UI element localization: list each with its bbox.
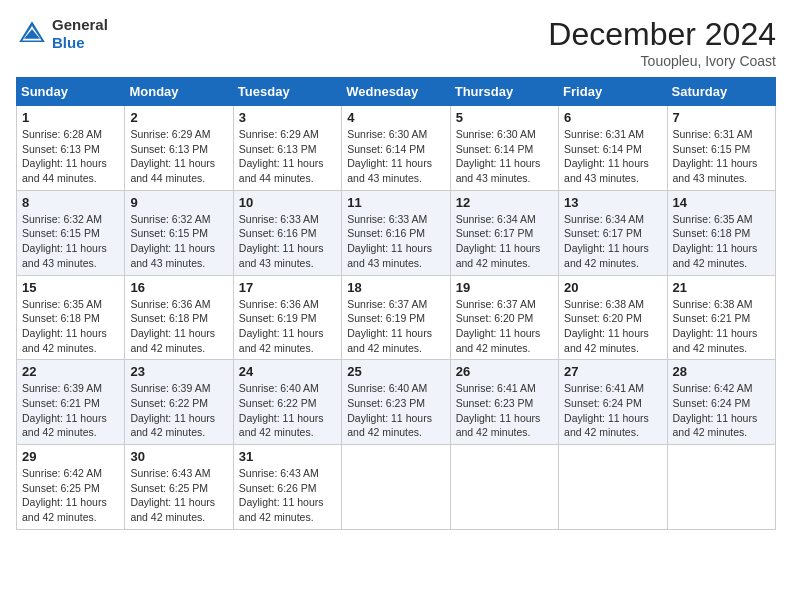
title-block: December 2024 Touopleu, Ivory Coast: [548, 16, 776, 69]
calendar-cell: 16 Sunrise: 6:36 AM Sunset: 6:18 PM Dayl…: [125, 275, 233, 360]
calendar-week-4: 22 Sunrise: 6:39 AM Sunset: 6:21 PM Dayl…: [17, 360, 776, 445]
calendar-cell: [559, 445, 667, 530]
calendar-cell: 9 Sunrise: 6:32 AM Sunset: 6:15 PM Dayli…: [125, 190, 233, 275]
day-number: 29: [22, 449, 119, 464]
day-info: Sunrise: 6:43 AM Sunset: 6:26 PM Dayligh…: [239, 466, 336, 525]
logo-text-block: General Blue: [52, 16, 108, 52]
logo-icon: [16, 18, 48, 50]
day-info: Sunrise: 6:42 AM Sunset: 6:25 PM Dayligh…: [22, 466, 119, 525]
day-number: 25: [347, 364, 444, 379]
calendar-cell: 6 Sunrise: 6:31 AM Sunset: 6:14 PM Dayli…: [559, 106, 667, 191]
calendar-cell: 7 Sunrise: 6:31 AM Sunset: 6:15 PM Dayli…: [667, 106, 775, 191]
day-info: Sunrise: 6:35 AM Sunset: 6:18 PM Dayligh…: [673, 212, 770, 271]
calendar-cell: 26 Sunrise: 6:41 AM Sunset: 6:23 PM Dayl…: [450, 360, 558, 445]
day-number: 30: [130, 449, 227, 464]
day-number: 24: [239, 364, 336, 379]
day-info: Sunrise: 6:37 AM Sunset: 6:20 PM Dayligh…: [456, 297, 553, 356]
day-number: 15: [22, 280, 119, 295]
day-header-friday: Friday: [559, 78, 667, 106]
day-number: 9: [130, 195, 227, 210]
day-number: 4: [347, 110, 444, 125]
calendar-cell: 1 Sunrise: 6:28 AM Sunset: 6:13 PM Dayli…: [17, 106, 125, 191]
calendar-week-5: 29 Sunrise: 6:42 AM Sunset: 6:25 PM Dayl…: [17, 445, 776, 530]
day-number: 26: [456, 364, 553, 379]
day-info: Sunrise: 6:36 AM Sunset: 6:18 PM Dayligh…: [130, 297, 227, 356]
day-number: 6: [564, 110, 661, 125]
day-header-thursday: Thursday: [450, 78, 558, 106]
day-number: 5: [456, 110, 553, 125]
location-subtitle: Touopleu, Ivory Coast: [548, 53, 776, 69]
day-info: Sunrise: 6:38 AM Sunset: 6:21 PM Dayligh…: [673, 297, 770, 356]
calendar-cell: 4 Sunrise: 6:30 AM Sunset: 6:14 PM Dayli…: [342, 106, 450, 191]
day-info: Sunrise: 6:29 AM Sunset: 6:13 PM Dayligh…: [239, 127, 336, 186]
day-info: Sunrise: 6:34 AM Sunset: 6:17 PM Dayligh…: [456, 212, 553, 271]
day-number: 20: [564, 280, 661, 295]
day-info: Sunrise: 6:34 AM Sunset: 6:17 PM Dayligh…: [564, 212, 661, 271]
day-number: 16: [130, 280, 227, 295]
calendar-cell: 15 Sunrise: 6:35 AM Sunset: 6:18 PM Dayl…: [17, 275, 125, 360]
day-number: 13: [564, 195, 661, 210]
day-number: 10: [239, 195, 336, 210]
calendar-cell: [342, 445, 450, 530]
calendar-cell: 28 Sunrise: 6:42 AM Sunset: 6:24 PM Dayl…: [667, 360, 775, 445]
day-number: 8: [22, 195, 119, 210]
day-info: Sunrise: 6:40 AM Sunset: 6:23 PM Dayligh…: [347, 381, 444, 440]
day-number: 1: [22, 110, 119, 125]
day-number: 22: [22, 364, 119, 379]
calendar-cell: 5 Sunrise: 6:30 AM Sunset: 6:14 PM Dayli…: [450, 106, 558, 191]
calendar-cell: 24 Sunrise: 6:40 AM Sunset: 6:22 PM Dayl…: [233, 360, 341, 445]
day-number: 7: [673, 110, 770, 125]
day-info: Sunrise: 6:37 AM Sunset: 6:19 PM Dayligh…: [347, 297, 444, 356]
calendar-cell: [667, 445, 775, 530]
day-number: 3: [239, 110, 336, 125]
calendar-cell: 31 Sunrise: 6:43 AM Sunset: 6:26 PM Dayl…: [233, 445, 341, 530]
day-number: 18: [347, 280, 444, 295]
day-number: 28: [673, 364, 770, 379]
day-number: 14: [673, 195, 770, 210]
logo-general: General: [52, 16, 108, 33]
calendar-table: SundayMondayTuesdayWednesdayThursdayFrid…: [16, 77, 776, 530]
day-info: Sunrise: 6:41 AM Sunset: 6:24 PM Dayligh…: [564, 381, 661, 440]
calendar-cell: 8 Sunrise: 6:32 AM Sunset: 6:15 PM Dayli…: [17, 190, 125, 275]
day-info: Sunrise: 6:29 AM Sunset: 6:13 PM Dayligh…: [130, 127, 227, 186]
page-header: General Blue December 2024 Touopleu, Ivo…: [16, 16, 776, 69]
day-number: 19: [456, 280, 553, 295]
logo: General Blue: [16, 16, 108, 52]
day-header-sunday: Sunday: [17, 78, 125, 106]
calendar-cell: 12 Sunrise: 6:34 AM Sunset: 6:17 PM Dayl…: [450, 190, 558, 275]
calendar-cell: 27 Sunrise: 6:41 AM Sunset: 6:24 PM Dayl…: [559, 360, 667, 445]
day-info: Sunrise: 6:33 AM Sunset: 6:16 PM Dayligh…: [347, 212, 444, 271]
day-info: Sunrise: 6:42 AM Sunset: 6:24 PM Dayligh…: [673, 381, 770, 440]
calendar-cell: 22 Sunrise: 6:39 AM Sunset: 6:21 PM Dayl…: [17, 360, 125, 445]
calendar-cell: 19 Sunrise: 6:37 AM Sunset: 6:20 PM Dayl…: [450, 275, 558, 360]
calendar-cell: [450, 445, 558, 530]
day-info: Sunrise: 6:40 AM Sunset: 6:22 PM Dayligh…: [239, 381, 336, 440]
day-info: Sunrise: 6:39 AM Sunset: 6:22 PM Dayligh…: [130, 381, 227, 440]
day-header-wednesday: Wednesday: [342, 78, 450, 106]
calendar-cell: 30 Sunrise: 6:43 AM Sunset: 6:25 PM Dayl…: [125, 445, 233, 530]
calendar-week-3: 15 Sunrise: 6:35 AM Sunset: 6:18 PM Dayl…: [17, 275, 776, 360]
day-number: 2: [130, 110, 227, 125]
calendar-cell: 23 Sunrise: 6:39 AM Sunset: 6:22 PM Dayl…: [125, 360, 233, 445]
calendar-cell: 3 Sunrise: 6:29 AM Sunset: 6:13 PM Dayli…: [233, 106, 341, 191]
day-info: Sunrise: 6:43 AM Sunset: 6:25 PM Dayligh…: [130, 466, 227, 525]
day-header-monday: Monday: [125, 78, 233, 106]
day-info: Sunrise: 6:41 AM Sunset: 6:23 PM Dayligh…: [456, 381, 553, 440]
calendar-cell: 17 Sunrise: 6:36 AM Sunset: 6:19 PM Dayl…: [233, 275, 341, 360]
month-title: December 2024: [548, 16, 776, 53]
day-info: Sunrise: 6:32 AM Sunset: 6:15 PM Dayligh…: [130, 212, 227, 271]
calendar-cell: 29 Sunrise: 6:42 AM Sunset: 6:25 PM Dayl…: [17, 445, 125, 530]
day-info: Sunrise: 6:35 AM Sunset: 6:18 PM Dayligh…: [22, 297, 119, 356]
day-info: Sunrise: 6:30 AM Sunset: 6:14 PM Dayligh…: [347, 127, 444, 186]
day-header-tuesday: Tuesday: [233, 78, 341, 106]
calendar-cell: 21 Sunrise: 6:38 AM Sunset: 6:21 PM Dayl…: [667, 275, 775, 360]
day-info: Sunrise: 6:32 AM Sunset: 6:15 PM Dayligh…: [22, 212, 119, 271]
calendar-cell: 14 Sunrise: 6:35 AM Sunset: 6:18 PM Dayl…: [667, 190, 775, 275]
calendar-header-row: SundayMondayTuesdayWednesdayThursdayFrid…: [17, 78, 776, 106]
calendar-cell: 2 Sunrise: 6:29 AM Sunset: 6:13 PM Dayli…: [125, 106, 233, 191]
day-number: 23: [130, 364, 227, 379]
day-number: 12: [456, 195, 553, 210]
day-number: 17: [239, 280, 336, 295]
day-header-saturday: Saturday: [667, 78, 775, 106]
day-info: Sunrise: 6:33 AM Sunset: 6:16 PM Dayligh…: [239, 212, 336, 271]
